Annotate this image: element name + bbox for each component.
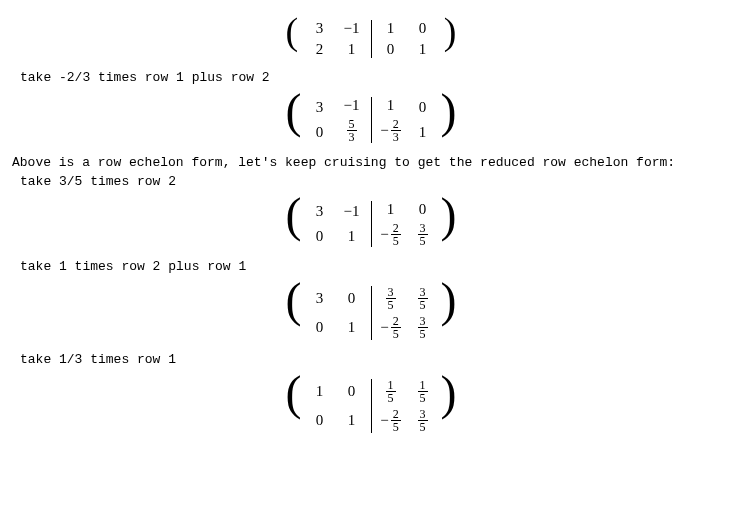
matrix-cell: −1: [336, 18, 368, 39]
augment-bar: [371, 97, 372, 143]
matrix-cell: −25: [375, 406, 407, 435]
matrix-cell: 35: [407, 220, 439, 249]
matrix-cell: 0: [304, 226, 336, 247]
matrix-cell: 0: [336, 381, 368, 402]
matrix-cell: 0: [304, 317, 336, 338]
matrix-cell: 35: [407, 406, 439, 435]
augmented-matrix: (300135−253535): [290, 280, 453, 346]
matrix-cell: 0: [304, 122, 336, 143]
matrix-2: (30−1531−2301): [12, 91, 730, 149]
matrix-cell: 0: [375, 39, 407, 60]
matrix-cell: 35: [407, 313, 439, 342]
matrix-cell: 3: [304, 18, 336, 39]
augment-bar: [371, 379, 372, 433]
augment-bar: [371, 201, 372, 247]
matrix-cell: 3: [304, 288, 336, 309]
matrix-cell: 0: [336, 288, 368, 309]
matrix-cell: 1: [304, 381, 336, 402]
matrix-cell: 0: [304, 410, 336, 431]
augmented-matrix: (30−111−25035): [290, 195, 453, 253]
matrix-cell: −1: [336, 201, 368, 222]
step-text-1: take -2/3 times row 1 plus row 2: [20, 70, 730, 85]
matrix-cell: 1: [336, 410, 368, 431]
matrix-cell: 53: [336, 116, 368, 145]
matrix-cell: 15: [407, 377, 439, 406]
matrix-cell: 1: [407, 39, 439, 60]
matrix-cell: 1: [375, 18, 407, 39]
step-text-5: take 1/3 times row 1: [20, 352, 730, 367]
matrix-cell: 0: [407, 97, 439, 118]
step-text-2: Above is a row echelon form, let's keep …: [12, 155, 730, 170]
step-text-3: take 3/5 times row 2: [20, 174, 730, 189]
matrix-cell: 2: [304, 39, 336, 60]
step-text-4: take 1 times row 2 plus row 1: [20, 259, 730, 274]
matrix-4: (300135−253535): [12, 280, 730, 346]
augmented-matrix: (100115−251535): [290, 373, 453, 439]
augmented-matrix: (30−1531−2301): [290, 91, 453, 149]
matrix-cell: 1: [336, 226, 368, 247]
matrix-cell: 35: [375, 284, 407, 313]
matrix-cell: 1: [375, 199, 407, 220]
matrix-cell: −25: [375, 313, 407, 342]
matrix-cell: −25: [375, 220, 407, 249]
matrix-cell: −23: [375, 116, 407, 145]
matrix-cell: 3: [304, 97, 336, 118]
matrix-3: (30−111−25035): [12, 195, 730, 253]
matrix-cell: 0: [407, 199, 439, 220]
augmented-matrix: (32−111001): [290, 14, 453, 64]
augment-bar: [371, 286, 372, 340]
matrix-cell: 0: [407, 18, 439, 39]
matrix-cell: 3: [304, 201, 336, 222]
augment-bar: [371, 20, 372, 58]
matrix-cell: 1: [375, 95, 407, 116]
matrix-5: (100115−251535): [12, 373, 730, 439]
matrix-cell: 1: [336, 317, 368, 338]
matrix-cell: 1: [336, 39, 368, 60]
matrix-cell: 15: [375, 377, 407, 406]
matrix-cell: 35: [407, 284, 439, 313]
matrix-cell: 1: [407, 122, 439, 143]
matrix-1: (32−111001): [12, 14, 730, 64]
matrix-cell: −1: [336, 95, 368, 116]
